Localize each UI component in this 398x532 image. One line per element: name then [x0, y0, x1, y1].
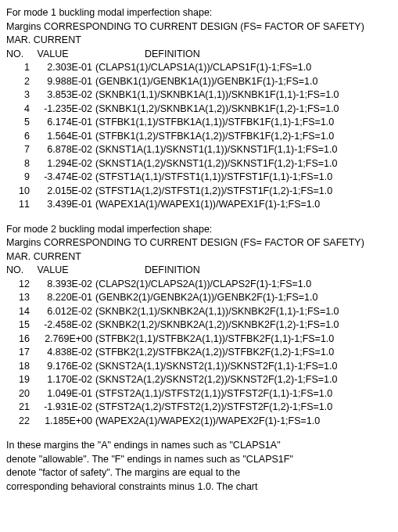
mode2-header-mar: MAR.: [6, 251, 30, 262]
row-value: 8.393E-02: [34, 278, 95, 292]
row-definition: (SKNBK1(1,2)/SKNBK1A(1,2))/SKNBK1F(1,2)-…: [95, 102, 339, 117]
table-row: 146.012E-02 (SKNBK2(1,1)/SKNBK2A(1,1))/S…: [6, 305, 392, 319]
row-value: 4.838E-02: [34, 346, 95, 360]
row-value: -3.474E-02: [34, 171, 95, 185]
row-definition: (WAPEX2A(1)/WAPEX2(1))/WAPEX2F(1)-1;FS=1…: [95, 415, 320, 429]
row-definition: (WAPEX1A(1)/WAPEX1(1))/WAPEX1F(1)-1;FS=1…: [95, 198, 320, 212]
trailing-line-2: denote "allowable". The "F" endings in n…: [6, 453, 392, 467]
mode1-header-line1: MAR. CURRENT: [6, 34, 392, 48]
table-row: 76.878E-02 (SKNST1A(1,1)/SKNST1(1,1))/SK…: [6, 143, 392, 157]
row-definition: (STFBK1(1,2)/STFBK1A(1,2))/STFBK1F(1,2)-…: [95, 130, 334, 144]
row-no: 7: [6, 143, 34, 157]
row-no: 1: [6, 61, 34, 75]
mode2-title: For mode 2 buckling modal imperfection s…: [6, 223, 392, 237]
row-no: 20: [6, 387, 34, 401]
row-value: -1.235E-02: [34, 102, 95, 117]
mode2-header-line2: NO. VALUE DEFINITION: [6, 264, 392, 278]
mode1-header-line2: NO. VALUE DEFINITION: [6, 48, 392, 62]
row-value: 6.878E-02: [34, 143, 95, 157]
table-row: 29.988E-01 (GENBK1(1)/GENBK1A(1))/GENBK1…: [6, 75, 392, 89]
mode1-subtitle: Margins CORRESPONDING TO CURRENT DESIGN …: [6, 20, 392, 34]
row-definition: (SKNST2A(1,1)/SKNST2(1,1))/SKNST2F(1,1)-…: [95, 360, 337, 374]
table-row: 191.170E-02 (SKNST2A(1,2)/SKNST2(1,2))/S…: [6, 373, 392, 387]
row-value: 2.769E+00: [34, 332, 95, 347]
trailing-paragraph: In these margins the "A" endings in name…: [6, 439, 392, 494]
row-definition: (CLAPS2(1)/CLAPS2A(1))/CLAPS2F(1)-1;FS=1…: [95, 278, 311, 292]
row-value: 1.564E-01: [34, 130, 95, 144]
table-row: 102.015E-02 (STFST1A(1,2)/STFST1(1,2))/S…: [6, 185, 392, 199]
row-no: 5: [6, 116, 34, 130]
trailing-line-1: In these margins the "A" endings in name…: [6, 439, 392, 453]
row-definition: (STFST2A(1,1)/STFST2(1,1))/STFST2F(1,1)-…: [95, 387, 332, 401]
table-row: 113.439E-01 (WAPEX1A(1)/WAPEX1(1))/WAPEX…: [6, 198, 392, 212]
row-no: 11: [6, 198, 34, 212]
row-no: 2: [6, 75, 34, 89]
row-no: 3: [6, 88, 34, 102]
mode2-header-no: NO.: [6, 264, 30, 278]
row-definition: (STFBK2(1,1)/STFBK2A(1,1))/STFBK2F(1,1)-…: [95, 332, 334, 347]
table-row: 9-3.474E-02 (STFST1A(1,1)/STFST1(1,1))/S…: [6, 171, 392, 185]
row-value: 8.220E-01: [34, 291, 95, 305]
row-no: 22: [6, 415, 34, 429]
table-row: 61.564E-01 (STFBK1(1,2)/STFBK1A(1,2))/ST…: [6, 130, 392, 144]
table-row: 15-2.458E-02 (SKNBK2(1,2)/SKNBK2A(1,2))/…: [6, 318, 392, 332]
mode1-rows: 12.303E-01 (CLAPS1(1)/CLAPS1A(1))/CLAPS1…: [6, 61, 392, 212]
row-no: 13: [6, 291, 34, 305]
mode1-header-no: NO.: [6, 48, 30, 62]
mode2-header-line1: MAR. CURRENT: [6, 250, 392, 264]
row-no: 8: [6, 157, 34, 171]
row-definition: (SKNBK1(1,1)/SKNBK1A(1,1))/SKNBK1F(1,1)-…: [95, 88, 339, 102]
row-no: 18: [6, 360, 34, 374]
mode2-header-cur: CURRENT: [34, 251, 81, 262]
row-no: 4: [6, 102, 34, 117]
row-no: 21: [6, 401, 34, 415]
row-definition: (SKNST2A(1,2)/SKNST2(1,2))/SKNST2F(1,2)-…: [95, 373, 337, 387]
row-definition: (SKNST1A(1,1)/SKNST1(1,1))/SKNST1F(1,1)-…: [95, 143, 337, 157]
row-definition: (GENBK2(1)/GENBK2A(1))/GENBK2F(1)-1;FS=1…: [95, 291, 317, 305]
mode1-title: For mode 1 buckling modal imperfection s…: [6, 6, 392, 20]
row-no: 9: [6, 171, 34, 185]
table-row: 33.853E-02 (SKNBK1(1,1)/SKNBK1A(1,1))/SK…: [6, 88, 392, 102]
mode1-header-val: VALUE: [32, 48, 95, 62]
trailing-line-4: corresponding behavioral constraints min…: [6, 480, 392, 494]
row-no: 14: [6, 305, 34, 319]
row-definition: (SKNST1A(1,2)/SKNST1(1,2))/SKNST1F(1,2)-…: [95, 157, 337, 171]
mode1-section: For mode 1 buckling modal imperfection s…: [6, 6, 392, 212]
table-row: 189.176E-02 (SKNST2A(1,1)/SKNST2(1,1))/S…: [6, 360, 392, 374]
row-definition: (STFST1A(1,1)/STFST1(1,1))/STFST1F(1,1)-…: [95, 171, 332, 185]
mode2-subtitle: Margins CORRESPONDING TO CURRENT DESIGN …: [6, 236, 392, 250]
row-value: 1.185E+00: [34, 415, 95, 429]
row-no: 12: [6, 278, 34, 292]
table-row: 138.220E-01 (GENBK2(1)/GENBK2A(1))/GENBK…: [6, 291, 392, 305]
row-no: 17: [6, 346, 34, 360]
row-definition: (SKNBK2(1,2)/SKNBK2A(1,2))/SKNBK2F(1,2)-…: [95, 318, 339, 332]
row-no: 6: [6, 130, 34, 144]
row-no: 15: [6, 318, 34, 332]
table-row: 21-1.931E-02 (STFST2A(1,2)/STFST2(1,2))/…: [6, 401, 392, 415]
row-no: 10: [6, 185, 34, 199]
row-value: 9.988E-01: [34, 75, 95, 89]
row-no: 19: [6, 373, 34, 387]
row-definition: (CLAPS1(1)/CLAPS1A(1))/CLAPS1F(1)-1;FS=1…: [95, 61, 311, 75]
table-row: 4-1.235E-02 (SKNBK1(1,2)/SKNBK1A(1,2))/S…: [6, 102, 392, 117]
row-definition: (STFST2A(1,2)/STFST2(1,2))/STFST2F(1,2)-…: [95, 401, 332, 415]
table-row: 201.049E-01 (STFST2A(1,1)/STFST2(1,1))/S…: [6, 387, 392, 401]
row-value: 9.176E-02: [34, 360, 95, 374]
row-value: 6.012E-02: [34, 305, 95, 319]
mode2-header-val: VALUE: [32, 264, 95, 278]
row-value: 3.439E-01: [34, 198, 95, 212]
mode1-header-def: DEFINITION: [98, 48, 200, 62]
row-value: -1.931E-02: [34, 401, 95, 415]
row-value: 2.015E-02: [34, 185, 95, 199]
mode2-section: For mode 2 buckling modal imperfection s…: [6, 223, 392, 429]
table-row: 162.769E+00 (STFBK2(1,1)/STFBK2A(1,1))/S…: [6, 332, 392, 347]
mode2-rows: 128.393E-02 (CLAPS2(1)/CLAPS2A(1))/CLAPS…: [6, 278, 392, 429]
row-value: -2.458E-02: [34, 318, 95, 332]
mode1-header-mar: MAR.: [6, 34, 30, 45]
table-row: 81.294E-02 (SKNST1A(1,2)/SKNST1(1,2))/SK…: [6, 157, 392, 171]
row-definition: (STFBK2(1,2)/STFBK2A(1,2))/STFBK2F(1,2)-…: [95, 346, 334, 360]
mode2-header-def: DEFINITION: [98, 264, 200, 278]
table-row: 221.185E+00 (WAPEX2A(1)/WAPEX2(1))/WAPEX…: [6, 415, 392, 429]
trailing-line-3: denote "factor of safety". The margins a…: [6, 466, 392, 480]
row-value: 1.294E-02: [34, 157, 95, 171]
